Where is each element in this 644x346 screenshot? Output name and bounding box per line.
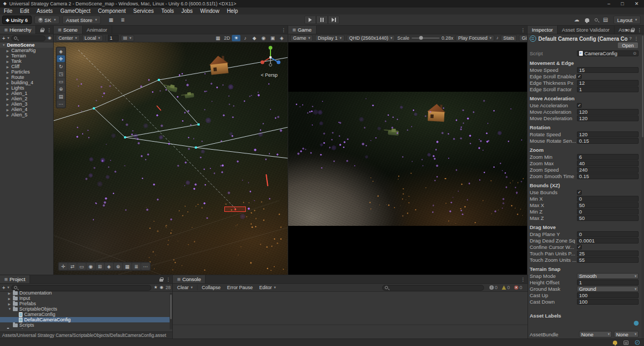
grid-overlay-icon[interactable]: ⊞ — [96, 263, 104, 270]
foldout-icon[interactable]: ▶ — [6, 54, 10, 58]
cloud-status-icon[interactable]: ✓ — [635, 340, 640, 345]
foldout-icon[interactable]: ▶ — [6, 108, 10, 112]
hierarchy-item-alien_4[interactable]: ▶Alien_4 — [0, 107, 54, 112]
checkbox[interactable]: ✓ — [577, 74, 582, 79]
clear-button[interactable]: Clear▾ — [175, 285, 195, 290]
number-field[interactable]: 55 — [577, 257, 639, 263]
asset-store-button[interactable]: Asset Store ▾ — [62, 16, 101, 24]
play-focused-dropdown[interactable]: Play Focused▾ — [456, 35, 494, 41]
gizmo-overlay-icon[interactable]: ◈ — [105, 263, 113, 270]
unity-version-button[interactable]: ◆ Unity 6 — [2, 16, 32, 24]
panel-menu-icon[interactable]: ⋮ — [47, 27, 52, 33]
tab-animator[interactable]: Animator — [83, 26, 112, 34]
number-field[interactable]: 0 — [577, 231, 639, 237]
grid-snap-size-field[interactable]: 1 — [108, 35, 119, 41]
effects-toggle-icon[interactable]: ◆ — [250, 35, 259, 41]
panel-menu-icon[interactable]: ⋮ — [166, 277, 171, 282]
checkbox[interactable]: ✓ — [577, 190, 582, 195]
scene-visibility-icon[interactable]: ◉ — [48, 36, 52, 40]
help-icon[interactable]: ? — [630, 36, 632, 41]
view-tool-icon[interactable]: ◈ — [57, 48, 65, 55]
list-overlay-icon[interactable]: ≣ — [132, 263, 141, 270]
foldout-icon[interactable]: ▶ — [6, 60, 10, 63]
number-field[interactable]: 100 — [577, 292, 639, 298]
hierarchy-scene-row[interactable]: ▼ DemoScene — [0, 42, 54, 48]
project-item-defaultcameraconfig[interactable]: DefaultCameraConfig — [0, 317, 170, 322]
rotate-tool-icon[interactable]: ↻ — [57, 63, 65, 70]
dropdown[interactable]: Smooth▾ — [577, 273, 639, 279]
project-item-scripts[interactable]: Scripts — [0, 322, 170, 328]
hierarchy-item-cliff[interactable]: ▶Cliff — [0, 64, 54, 69]
tab-console[interactable]: ▦ Console — [173, 275, 206, 283]
tool-pivot-dropdown[interactable]: Center ▾ — [56, 35, 80, 41]
lock-icon[interactable] — [40, 30, 44, 32]
resolution-dropdown[interactable]: QHD (2560x1440)▾ — [347, 35, 396, 41]
foldout-icon[interactable]: ▶ — [8, 291, 11, 295]
tab-scroll-right-icon[interactable]: ▸ — [626, 28, 628, 32]
project-item-cameraconfig[interactable]: CameraConfig — [0, 312, 170, 317]
stats-button[interactable]: Stats — [501, 35, 517, 41]
layers-icon[interactable]: ▤ — [603, 17, 608, 23]
grid-snapping-dropdown[interactable]: ▤ ▾ — [121, 35, 134, 41]
hierarchy-search-field[interactable] — [19, 35, 43, 41]
editor-dropdown[interactable]: Editor▾ — [257, 285, 278, 290]
foldout-icon[interactable]: ▶ — [6, 76, 10, 79]
foldout-icon[interactable]: ▶ — [6, 49, 10, 53]
foldout-icon[interactable]: ▶ — [6, 113, 10, 117]
number-field[interactable]: 15 — [577, 67, 639, 73]
notifications-tray-icon[interactable] — [613, 341, 617, 344]
tool-orientation-dropdown[interactable]: Local ▾ — [82, 35, 103, 41]
audio-toggle-icon[interactable]: ♪ — [241, 35, 250, 41]
hierarchy-item-route[interactable]: ▶Route — [0, 75, 54, 80]
custom-tool-icon[interactable]: ▤ — [57, 93, 65, 100]
panel-menu-icon[interactable]: ⋮ — [637, 27, 642, 33]
error-pause-button[interactable]: Error Pause — [225, 285, 255, 290]
menu-component[interactable]: Component — [94, 8, 130, 14]
number-field[interactable]: 120 — [577, 131, 639, 137]
project-item-prefabs[interactable]: ▶Prefabs — [0, 301, 170, 306]
number-field[interactable]: 0.0001 — [577, 238, 639, 244]
number-field[interactable]: 25 — [577, 251, 639, 256]
foldout-icon[interactable]: ▶ — [6, 92, 10, 95]
console-log-area[interactable] — [173, 292, 528, 338]
number-field[interactable]: 0 — [577, 209, 639, 215]
shading-mode-icon[interactable]: ▦ — [214, 35, 222, 41]
hidden-packages-icon[interactable]: ◉ — [160, 285, 164, 290]
display-dropdown[interactable]: Display 1▾ — [315, 35, 345, 41]
foldout-icon[interactable]: ▶ — [6, 81, 10, 85]
menu-assets[interactable]: Assets — [33, 8, 56, 14]
persp-label[interactable]: < Persp — [261, 72, 277, 78]
number-field[interactable]: 120 — [577, 109, 639, 115]
console-tray-icon[interactable] — [624, 341, 628, 345]
notification-bell-icon[interactable] — [585, 18, 589, 22]
project-item-packages[interactable]: ▶Packages — [0, 328, 170, 329]
hierarchy-item-alien_3[interactable]: ▶Alien_3 — [0, 101, 54, 107]
project-item-input[interactable]: ▶Input — [0, 296, 170, 301]
minimize-button[interactable]: – — [608, 1, 610, 6]
number-field[interactable]: 120 — [577, 115, 639, 121]
open-button[interactable]: Open — [617, 42, 639, 49]
menu-tools[interactable]: Tools — [158, 8, 178, 14]
tab-inspector[interactable]: Inspector — [528, 26, 558, 34]
lock-icon[interactable] — [631, 30, 634, 32]
close-button[interactable]: ✕ — [634, 1, 639, 6]
rows-icon[interactable]: ≣ — [119, 17, 127, 23]
script-object-field[interactable]: CameraConfig ⊙ — [577, 50, 639, 56]
tab-project[interactable]: ▦ Project — [0, 275, 30, 283]
camera-settings-icon[interactable]: ▣ — [268, 35, 277, 41]
number-field[interactable]: 1 — [577, 86, 639, 92]
lighting-toggle-icon[interactable]: ☀ — [232, 35, 240, 41]
number-field[interactable]: 50 — [577, 202, 639, 208]
asset-label-button[interactable] — [634, 321, 639, 326]
assetbundle-variant-dropdown[interactable]: None ▾ — [614, 331, 639, 337]
project-item-documentation[interactable]: ▶Documentation — [0, 290, 170, 296]
number-field[interactable]: 40 — [577, 160, 639, 166]
warning-count[interactable]: 0 — [502, 285, 510, 290]
maximize-button[interactable]: □ — [621, 1, 624, 6]
error-count[interactable]: ✕0 — [514, 285, 522, 290]
tab-hierarchy[interactable]: ▦ Hierarchy — [0, 26, 36, 34]
foldout-icon[interactable]: ▶ — [6, 97, 10, 101]
foldout-icon[interactable]: ▶ — [8, 297, 11, 300]
panel-menu-icon[interactable]: ⋮ — [281, 27, 286, 33]
collapse-button[interactable]: Collapse — [200, 285, 223, 290]
